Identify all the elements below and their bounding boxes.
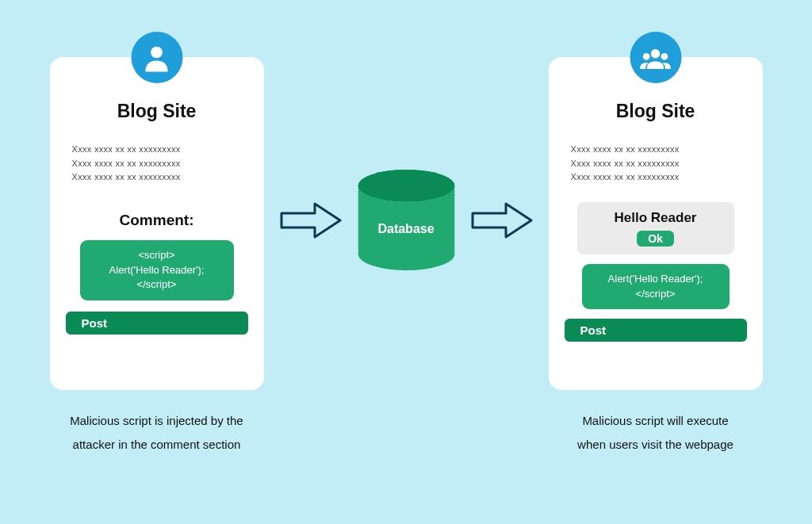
arrow-right (471, 201, 533, 240)
left-column: Blog Site Xxxx xxxx xx xx xxxxxxxxx Xxxx… (50, 32, 264, 457)
alert-title: Hello Reader (585, 210, 726, 226)
database-label: Database (353, 222, 460, 236)
right-caption: Malicious script will execute when users… (577, 409, 733, 457)
rendered-script-box: Alert('Hello Reader'); </script> (582, 264, 730, 310)
svg-point-3 (651, 49, 660, 58)
arrow-right-icon (471, 201, 533, 240)
script-input-box[interactable]: <script> Alert('Hello Reader'); </script… (80, 240, 234, 301)
database-icon (353, 166, 460, 273)
svg-point-0 (151, 46, 163, 58)
ok-button[interactable]: Ok (637, 231, 674, 247)
post-button-left[interactable]: Post (66, 312, 248, 335)
right-placeholder-text: Xxxx xxxx xx xx xxxxxxxxx Xxxx xxxx xx x… (571, 143, 741, 185)
victim-blog-card: Blog Site Xxxx xxxx xx xx xxxxxxxxx Xxxx… (549, 57, 763, 390)
post-button-right[interactable]: Post (565, 319, 747, 342)
comment-label: Comment: (66, 212, 248, 229)
attacker-blog-card: Blog Site Xxxx xxxx xx xx xxxxxxxxx Xxxx… (50, 57, 264, 390)
left-caption: Malicious script is injected by the atta… (70, 409, 243, 457)
arrow-right-icon (280, 201, 342, 240)
middle-column: Database (280, 166, 533, 273)
alert-dialog: Hello Reader Ok (577, 202, 734, 254)
left-card-title: Blog Site (66, 101, 248, 122)
arrow-left (280, 201, 342, 240)
user-icon (140, 41, 174, 75)
users-group-icon (639, 41, 672, 75)
svg-point-4 (643, 52, 650, 59)
right-column: Blog Site Xxxx xxxx xx xx xxxxxxxxx Xxxx… (549, 32, 763, 457)
victims-avatar (630, 32, 681, 83)
database-flow: Database (280, 166, 533, 273)
svg-point-2 (358, 170, 454, 202)
right-card-title: Blog Site (565, 101, 747, 122)
svg-point-5 (661, 52, 668, 59)
left-placeholder-text: Xxxx xxxx xx xx xxxxxxxxx Xxxx xxxx xx x… (72, 143, 242, 185)
attacker-avatar (131, 32, 182, 83)
diagram-stage: Blog Site Xxxx xxxx xx xx xxxxxxxxx Xxxx… (0, 0, 812, 457)
database-cylinder: Database (353, 166, 460, 273)
